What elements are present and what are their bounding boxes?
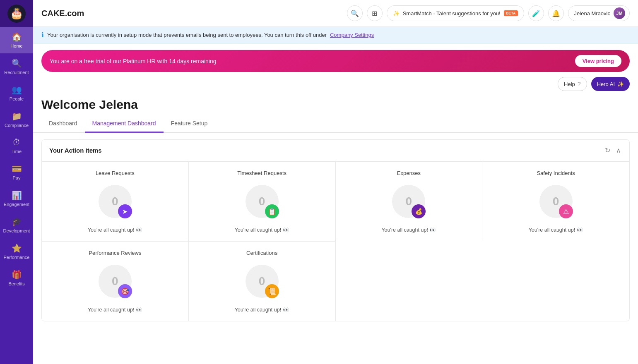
info-banner-text: Your organisation is currently in setup …	[47, 32, 327, 38]
safety-count: 0	[553, 195, 559, 208]
topbar-actions: 🔍 ⊞ ✨ SmartMatch - Talent suggestions fo…	[347, 5, 630, 21]
timesheet-visual: 0 📋	[243, 183, 281, 220]
flask-icon-btn[interactable]: 🧪	[528, 5, 544, 21]
sidebar-item-performance[interactable]: ⭐ Performance	[0, 238, 33, 265]
help-button[interactable]: Help ?	[558, 77, 587, 91]
sidebar-item-label: People	[10, 96, 24, 101]
sidebar-item-recruitment[interactable]: 🔍 Recruitment	[0, 53, 33, 80]
sidebar-logo: 🎂	[0, 0, 33, 27]
sidebar-item-time[interactable]: ⏱ Time	[0, 133, 33, 159]
expenses-status: You're all caught up! 👀	[381, 227, 436, 233]
timesheet-requests-card: Timesheet Requests 0 📋 You're all caught…	[189, 161, 336, 241]
safety-icon: ⚠	[559, 204, 573, 218]
tab-management-dashboard[interactable]: Management Dashboard	[85, 117, 164, 133]
tabs: Dashboard Management Dashboard Feature S…	[33, 112, 638, 133]
sidebar-item-label: Performance	[4, 255, 30, 260]
section-controls: ↻ ∧	[604, 146, 622, 155]
expenses-title: Expenses	[397, 170, 421, 176]
sidebar: 🎂 🏠 Home 🔍 Recruitment 👥 People 📁 Compli…	[0, 0, 33, 364]
certifications-status: You're all caught up! 👀	[235, 307, 289, 313]
hero-ai-button[interactable]: Hero AI ✨	[591, 77, 630, 91]
engagement-icon: 📊	[12, 190, 22, 200]
tab-dashboard[interactable]: Dashboard	[41, 117, 85, 133]
logo-icon: 🎂	[7, 5, 26, 23]
view-pricing-button[interactable]: View pricing	[575, 55, 621, 67]
page-title-area: Welcome Jelena	[33, 91, 638, 112]
cards-row-2: Performance Reviews 0 🎯 You're all caugh…	[42, 241, 629, 321]
sidebar-item-compliance[interactable]: 📁 Compliance	[0, 106, 33, 133]
perf-reviews-count: 0	[112, 275, 118, 288]
leave-requests-card: Leave Requests 0 ➤ You're all caught up!…	[42, 161, 189, 241]
content-area: ℹ Your organisation is currently in setu…	[33, 27, 638, 364]
search-button[interactable]: 🔍	[347, 5, 363, 21]
expenses-card: Expenses 0 💰 You're all caught up! 👀	[336, 161, 483, 241]
app-name: CAKE.com	[41, 9, 342, 18]
topbar: CAKE.com 🔍 ⊞ ✨ SmartMatch - Talent sugge…	[33, 0, 638, 27]
time-icon: ⏱	[12, 138, 21, 147]
safety-status: You're all caught up! 👀	[529, 227, 583, 233]
recruitment-icon: 🔍	[12, 58, 22, 68]
sidebar-item-label: Recruitment	[4, 70, 29, 75]
beta-badge: BETA	[504, 10, 518, 16]
sidebar-item-label: Development	[3, 228, 30, 233]
pay-icon: 💳	[12, 164, 22, 174]
hero-ai-label: Hero AI	[597, 81, 615, 87]
sidebar-item-engagement[interactable]: 📊 Engagement	[0, 185, 33, 212]
leave-requests-title: Leave Requests	[96, 170, 135, 176]
expenses-count: 0	[406, 195, 412, 208]
sidebar-item-pay[interactable]: 💳 Pay	[0, 159, 33, 185]
sidebar-item-label: Time	[12, 149, 22, 154]
expenses-visual: 0 💰	[390, 183, 427, 220]
leave-icon: ➤	[118, 204, 132, 218]
sidebar-item-home[interactable]: 🏠 Home	[0, 27, 33, 53]
certifications-title: Certifications	[246, 250, 277, 256]
safety-visual: 0 ⚠	[537, 183, 575, 220]
benefits-icon: 🎁	[12, 270, 22, 280]
sidebar-item-label: Engagement	[4, 202, 29, 207]
section-title: Your Action Items	[49, 147, 102, 154]
collapse-button[interactable]: ∧	[615, 146, 622, 155]
tab-feature-setup[interactable]: Feature Setup	[164, 117, 215, 133]
refresh-button[interactable]: ↻	[604, 146, 611, 155]
user-menu-button[interactable]: Jelena Mraovic JM	[568, 5, 630, 21]
cards-row-1: Leave Requests 0 ➤ You're all caught up!…	[42, 161, 629, 241]
timesheet-title: Timesheet Requests	[237, 170, 286, 176]
smartmatch-button[interactable]: ✨ SmartMatch - Talent suggestions for yo…	[387, 5, 524, 21]
section-header: Your Action Items ↻ ∧	[42, 140, 629, 161]
timesheet-status: You're all caught up! 👀	[235, 227, 289, 233]
hero-ai-icon: ✨	[617, 81, 624, 87]
help-label: Help	[564, 81, 575, 87]
leave-requests-visual: 0 ➤	[96, 183, 134, 220]
info-banner: ℹ Your organisation is currently in setu…	[33, 27, 638, 43]
sidebar-item-label: Benefits	[8, 281, 25, 286]
performance-icon: ⭐	[12, 243, 22, 253]
performance-reviews-card: Performance Reviews 0 🎯 You're all caugh…	[42, 241, 189, 321]
certifications-icon: 📜	[265, 284, 279, 298]
user-name: Jelena Mraovic	[574, 10, 610, 17]
sidebar-item-benefits[interactable]: 🎁 Benefits	[0, 265, 33, 291]
certifications-visual: 0 📜	[243, 263, 281, 300]
grid-button[interactable]: ⊞	[367, 5, 383, 21]
sidebar-item-people[interactable]: 👥 People	[0, 80, 33, 106]
perf-reviews-title: Performance Reviews	[89, 250, 141, 256]
help-icon: ?	[578, 81, 581, 87]
company-settings-link[interactable]: Company Settings	[330, 32, 374, 38]
perf-reviews-status: You're all caught up! 👀	[88, 307, 142, 313]
header-actions: Help ? Hero AI ✨	[33, 72, 638, 91]
certifications-card: Certifications 0 📜 You're all caught up!…	[189, 241, 336, 321]
perf-reviews-icon: 🎯	[118, 284, 132, 298]
smartmatch-icon: ✨	[393, 10, 400, 17]
trial-message: You are on a free trial of our Platinum …	[50, 58, 217, 65]
trial-banner: You are on a free trial of our Platinum …	[41, 50, 630, 72]
sidebar-item-development[interactable]: 🎓 Development	[0, 212, 33, 238]
development-icon: 🎓	[12, 217, 22, 227]
sidebar-item-label: Home	[10, 43, 22, 48]
sidebar-item-label: Compliance	[5, 123, 29, 128]
perf-reviews-visual: 0 🎯	[96, 263, 134, 300]
expenses-icon: 💰	[412, 204, 426, 218]
notification-button[interactable]: 🔔	[548, 5, 564, 21]
page-title: Welcome Jelena	[41, 98, 630, 112]
sidebar-item-label: Pay	[13, 175, 21, 180]
compliance-icon: 📁	[12, 111, 22, 121]
safety-title: Safety Incidents	[537, 170, 575, 176]
